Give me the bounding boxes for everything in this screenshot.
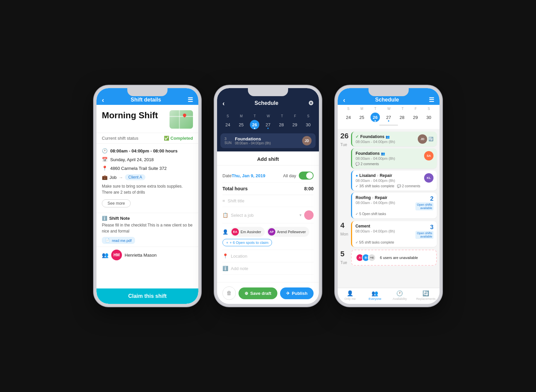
open-shifts-count: 2	[415, 195, 433, 202]
cal-d-26[interactable]: 26	[371, 113, 380, 122]
unavail-count: +4	[368, 254, 376, 262]
day-5-name: Tue	[340, 260, 348, 265]
cal-date-24[interactable]: 24	[223, 120, 232, 129]
nav-replacements[interactable]: 🔄 Replacements	[416, 290, 436, 301]
chevron-down-icon: ▾	[299, 213, 302, 217]
job-note-text: Make sure to bring some extra tools supp…	[102, 182, 193, 198]
cal-date-26[interactable]: 26	[250, 120, 259, 129]
trash-icon: 🗑	[226, 290, 232, 296]
delete-button[interactable]: 🗑	[222, 286, 236, 300]
map-thumbnail	[170, 110, 193, 129]
text-icon: ≡	[222, 198, 225, 203]
user-name: Henrietta Mason	[125, 253, 156, 258]
day-5: 5 Tue A B +4 6 users	[340, 250, 437, 266]
location-icon: 📍	[102, 166, 108, 171]
shift-avatar: SA	[424, 151, 433, 160]
people-icon: 👥	[386, 135, 390, 139]
cal-d-25[interactable]: 25	[357, 113, 366, 122]
time-row: 🕐 08:00am - 04:00pm - 08:00 hours	[102, 146, 193, 155]
cal-d-30[interactable]: 30	[424, 113, 433, 122]
briefcase-icon: 💼	[102, 175, 108, 180]
back-button[interactable]: ‹	[102, 96, 104, 104]
shift-details-header: ‹ Shift details ☰	[96, 88, 198, 105]
cal-dates: 24 25 26 27 28 29 30	[342, 113, 436, 122]
cal-date-25[interactable]: 25	[237, 120, 246, 129]
cal-date-30[interactable]: 30	[304, 120, 313, 129]
user-row: 👥 HM Henrietta Mason	[96, 247, 198, 263]
cal-d-29[interactable]: 29	[411, 113, 420, 122]
shift-foundations-2[interactable]: Foundations 👥 08:00am - 04:00pm (8h) SA	[351, 148, 437, 169]
shift-preview-card: 3SUN Foundations 08:00am - 04:00pm (8h) …	[220, 133, 316, 148]
note-row[interactable]: ℹ️ Add note	[222, 262, 314, 275]
shift-title-row[interactable]: ≡ Shift title	[222, 195, 314, 207]
date-value[interactable]: Thu, Jan 9, 2019	[231, 173, 265, 178]
shift-lisaland[interactable]: ● Lisaland › Repair 08:00am - 04:00pm (8…	[351, 171, 437, 191]
all-day-toggle[interactable]	[299, 172, 314, 180]
file-attachment[interactable]: 📄 read me.pdf	[102, 237, 135, 244]
assignees-row: 👤 EA Em Assinder AP Arend Pellewever +	[222, 223, 314, 250]
see-more-button[interactable]: See more	[102, 199, 131, 207]
date-label: Date	[222, 173, 231, 178]
cal-d-24[interactable]: 24	[344, 113, 353, 122]
cal-days: SMTWTFS	[342, 107, 436, 111]
gear-icon[interactable]: ⚙	[308, 100, 314, 107]
unavailable-card: A B +4 6 users are unavailable	[351, 250, 437, 266]
shift-roofing[interactable]: Roofing › Repair 08:00am - 04:00pm (8h) …	[351, 193, 437, 218]
total-hours-label: Total hours	[222, 186, 248, 191]
open-shifts-label: Open shiftsavailable	[415, 231, 433, 239]
cal-d-27[interactable]: 27	[384, 113, 393, 122]
note-label: Add note	[231, 266, 248, 271]
mini-calendar: S M T W T F S 24 25 26	[217, 112, 319, 133]
address-value: 4860 Carmela Trail Suite 372	[110, 166, 166, 171]
save-draft-button[interactable]: ⊕ Save draft	[239, 287, 277, 299]
job-row: 💼 Job → Client A	[102, 173, 193, 182]
check-icon: ✓	[355, 212, 358, 216]
task-badge: ✓ 5 Open shift tasks	[355, 212, 386, 216]
phone-schedule-view: ‹ Schedule ☰ SMTWTFS 24 25 26 27	[335, 85, 442, 307]
job-select-row[interactable]: 📋 Select a job ▾	[222, 207, 314, 223]
calendar-icon: 📋	[222, 212, 228, 218]
people-icon: 👥	[372, 290, 378, 297]
arrow-icon: →	[119, 175, 123, 180]
shift-note-text: Please fill in the checklist This is a n…	[102, 222, 193, 234]
open-spots-chip[interactable]: + + 6 Open spots to claim	[222, 239, 272, 246]
assignee-em[interactable]: EA Em Assinder	[230, 227, 265, 237]
day-4-header: 4 Mon Cement 08:00am - 04:00pm (8h)	[340, 221, 437, 247]
claim-shift-button[interactable]: Claim this shift	[96, 288, 198, 304]
cal-date-27[interactable]: 27	[263, 120, 273, 129]
comment-icon: 💬	[397, 184, 401, 188]
cal-date-29[interactable]: 29	[290, 120, 299, 129]
assignee-arend[interactable]: AP Arend Pellewever	[267, 227, 309, 237]
cal-date-28[interactable]: 28	[277, 120, 286, 129]
open-shifts-label: Open shiftsavailable	[415, 202, 433, 210]
job-label: Job	[110, 175, 117, 180]
shift-form: Date Thu, Jan 9, 2019 All day Total hour…	[217, 166, 319, 278]
color-picker[interactable]	[304, 210, 314, 220]
comment-icon: 💬	[355, 162, 359, 166]
nav-only-me[interactable]: 👤 Only me	[342, 290, 358, 301]
shift-name: Foundations 👥	[355, 151, 395, 156]
date-row: 📅 Sunday, April 24, 2018	[102, 155, 193, 164]
info-rows: 🕐 08:00am - 04:00pm - 08:00 hours 📅 Sund…	[96, 144, 198, 213]
nav-availability[interactable]: 🕐 Availability	[391, 290, 408, 301]
form-actions: 🗑 ⊕ Save draft ✈ Publish	[217, 282, 319, 304]
job-value: Client A	[125, 174, 145, 180]
back-button[interactable]: ‹	[343, 96, 345, 104]
menu-icon[interactable]: ☰	[429, 96, 434, 104]
bottom-nav: 👤 Only me 👥 Everyone 🕐 Availability 🔄 Re…	[338, 288, 440, 304]
phone-shift-details: ‹ Shift details ☰ Morning Shift	[94, 85, 201, 307]
publish-button[interactable]: ✈ Publish	[280, 287, 314, 299]
shift-cement[interactable]: Cement 08:00am - 04:00pm (8h) 3 Open shi…	[351, 221, 437, 247]
user-avatar: HM	[111, 250, 122, 260]
shift-name: ● Lisaland › Repair	[355, 173, 395, 178]
cal-d-28[interactable]: 28	[397, 113, 407, 122]
blue-dot-icon: ●	[355, 173, 358, 178]
shift-foundations-1[interactable]: ✓ Foundations 👥 08:00am - 04:00pm (8h) J…	[351, 132, 437, 146]
nav-everyone[interactable]: 👥 Everyone	[366, 290, 383, 301]
menu-icon[interactable]: ☰	[188, 96, 193, 104]
location-row[interactable]: 📍 Location	[222, 250, 314, 262]
back-button[interactable]: ‹	[222, 100, 225, 107]
header-title: Schedule	[345, 97, 429, 103]
day-4-name: Mon	[340, 232, 348, 237]
header-title: Shift details	[104, 97, 188, 103]
